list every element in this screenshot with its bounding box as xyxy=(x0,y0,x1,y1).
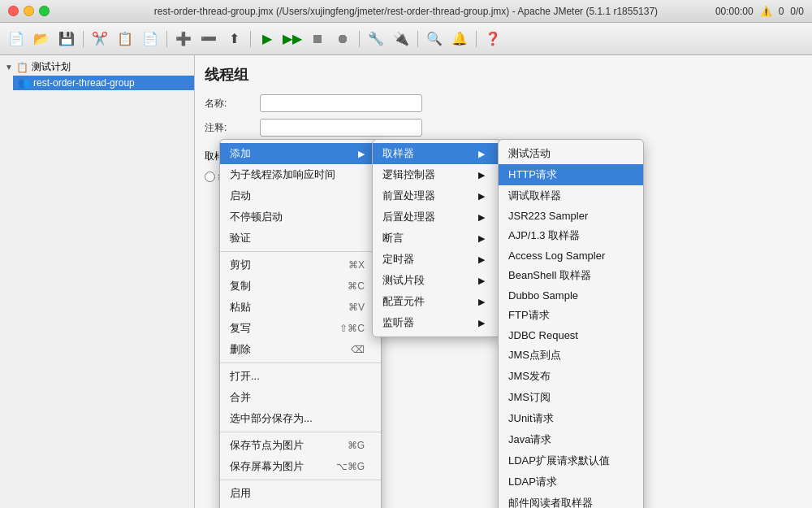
submenu-config-element[interactable]: 配置元件 ▶ xyxy=(373,291,501,312)
menu-arrow-add: ▶ xyxy=(358,149,365,159)
sampler-beanshell[interactable]: BeanShell 取样器 xyxy=(499,265,643,286)
search-button[interactable]: 🔍 xyxy=(423,28,446,50)
submenu-logic-controller[interactable]: 逻辑控制器 ▶ xyxy=(373,164,501,185)
sampler-java-label: Java请求 xyxy=(508,432,551,447)
sampler-test-action-label: 测试活动 xyxy=(508,146,551,161)
sampler-http[interactable]: HTTP请求 xyxy=(499,164,643,185)
record-button[interactable]: ⏺ xyxy=(331,28,354,50)
window-title: rest-order-thread-group.jmx (/Users/xuji… xyxy=(154,6,658,17)
add-submenu: 取样器 ▶ 逻辑控制器 ▶ 前置处理器 ▶ 后置处理器 ▶ 断言 ▶ xyxy=(372,139,502,337)
sampler-test-action[interactable]: 测试活动 xyxy=(499,143,643,164)
menu-item-merge[interactable]: 合并 xyxy=(220,387,381,408)
submenu-timer-arrow: ▶ xyxy=(478,254,485,265)
bell-button[interactable]: 🔔 xyxy=(448,28,471,50)
sampler-ajp[interactable]: AJP/1.3 取样器 xyxy=(499,225,643,246)
menu-item-save-selection[interactable]: 选中部分保存为... xyxy=(220,408,381,429)
minimize-button[interactable] xyxy=(24,6,34,16)
menu-item-delete[interactable]: 删除 ⌫ xyxy=(220,339,381,360)
tree-node-plan-arrow: ▼ xyxy=(5,63,13,72)
cut-button[interactable]: ✂️ xyxy=(89,28,111,50)
submenu-logic-arrow: ▶ xyxy=(478,170,485,180)
sampler-mail-reader-label: 邮件阅读者取样器 xyxy=(508,496,593,508)
sampler-ldap[interactable]: LDAP请求 xyxy=(499,471,643,493)
menu-shortcut-save-screen: ⌥⌘G xyxy=(336,461,365,472)
sampler-java[interactable]: Java请求 xyxy=(499,429,643,450)
paste-button[interactable]: 📄 xyxy=(139,28,162,50)
tools-button[interactable]: 🔧 xyxy=(365,28,387,50)
submenu-post-processor[interactable]: 后置处理器 ▶ xyxy=(373,206,501,228)
expand-button[interactable]: ➕ xyxy=(172,28,195,50)
menu-item-validate[interactable]: 验证 xyxy=(220,228,381,249)
warning-count: 0 xyxy=(779,6,784,17)
submenu-config-arrow: ▶ xyxy=(478,297,485,307)
sampler-debug-label: 调试取样器 xyxy=(508,189,561,203)
up-button[interactable]: ⬆ xyxy=(222,28,245,50)
menu-item-open[interactable]: 打开... xyxy=(220,366,381,387)
sampler-ldap-extended[interactable]: LDAP扩展请求默认值 xyxy=(499,450,643,471)
sampler-dubbo[interactable]: Dubbo Sample xyxy=(499,286,643,305)
sampler-jdbc[interactable]: JDBC Request xyxy=(499,326,643,345)
sampler-access-log[interactable]: Access Log Sampler xyxy=(499,246,643,265)
toolbar-separator-6 xyxy=(476,31,477,47)
submenu-timer[interactable]: 定时器 ▶ xyxy=(373,249,501,270)
main-layout: ▼ 📋 测试计划 👥 rest-order-thread-group 线程组 名… xyxy=(0,55,812,508)
plugin-button[interactable]: 🔌 xyxy=(390,28,412,50)
menu-item-save-node-image[interactable]: 保存节点为图片 ⌘G xyxy=(220,435,381,456)
menu-item-start[interactable]: 启动 xyxy=(220,185,381,206)
close-button[interactable] xyxy=(8,6,19,16)
submenu-assertion-label: 断言 xyxy=(382,231,404,245)
thread-group-label: rest-order-thread-group xyxy=(33,77,135,89)
submenu-listener[interactable]: 监听器 ▶ xyxy=(373,312,501,333)
menu-item-cut[interactable]: 剪切 ⌘X xyxy=(220,254,381,276)
run-button[interactable]: ▶ xyxy=(256,28,279,50)
sampler-jms-subscribe[interactable]: JMS订阅 xyxy=(499,387,643,408)
sampler-junit[interactable]: JUnit请求 xyxy=(499,408,643,429)
new-button[interactable]: 📄 xyxy=(5,28,28,50)
maximize-button[interactable] xyxy=(39,6,50,16)
save-button[interactable]: 💾 xyxy=(55,28,78,50)
menu-item-enable[interactable]: 启用 xyxy=(220,483,381,504)
sampler-ftp-label: FTP请求 xyxy=(508,308,550,323)
sampler-dubbo-label: Dubbo Sample xyxy=(508,289,578,302)
sampler-ftp[interactable]: FTP请求 xyxy=(499,305,643,326)
run-all-button[interactable]: ▶▶ xyxy=(281,28,304,50)
submenu-sampler-arrow: ▶ xyxy=(478,149,485,159)
menu-item-add-response-time[interactable]: 为子线程添加响应时间 xyxy=(220,164,381,185)
submenu-pre-processor[interactable]: 前置处理器 ▶ xyxy=(373,185,501,206)
menu-item-duplicate[interactable]: 复写 ⇧⌘C xyxy=(220,318,381,339)
submenu-assertion[interactable]: 断言 ▶ xyxy=(373,228,501,249)
tree-node-thread-group[interactable]: 👥 rest-order-thread-group xyxy=(13,76,194,90)
menu-item-save-screen[interactable]: 保存屏幕为图片 ⌥⌘G xyxy=(220,456,381,477)
sampler-jms-publish[interactable]: JMS发布 xyxy=(499,366,643,387)
tree-node-plan-label[interactable]: ▼ 📋 测试计划 xyxy=(0,59,194,76)
menu-item-paste[interactable]: 粘贴 ⌘V xyxy=(220,297,381,318)
copy-button[interactable]: 📋 xyxy=(114,28,136,50)
collapse-button[interactable]: ➖ xyxy=(197,28,220,50)
sampler-jms-publish-label: JMS发布 xyxy=(508,369,551,384)
sampler-jms-subscribe-label: JMS订阅 xyxy=(508,390,551,405)
open-button[interactable]: 📂 xyxy=(30,28,53,50)
menu-item-disable[interactable]: 禁用 xyxy=(220,504,381,508)
sampler-jms-point[interactable]: JMS点到点 xyxy=(499,345,643,366)
menu-item-start-no-pause[interactable]: 不停顿启动 xyxy=(220,206,381,228)
menu-item-add[interactable]: 添加 ▶ xyxy=(220,143,381,164)
titlebar: rest-order-thread-group.jmx (/Users/xuji… xyxy=(0,0,812,23)
menu-item-delete-label: 删除 xyxy=(230,342,251,357)
menu-shortcut-delete: ⌫ xyxy=(351,344,365,355)
help-button[interactable]: ❓ xyxy=(482,28,504,50)
submenu-sampler[interactable]: 取样器 ▶ xyxy=(373,143,501,164)
submenu-test-fragment[interactable]: 测试片段 ▶ xyxy=(373,270,501,291)
sampler-jsr223[interactable]: JSR223 Sampler xyxy=(499,206,643,225)
menu-item-copy[interactable]: 复制 ⌘C xyxy=(220,276,381,297)
submenu-listener-arrow: ▶ xyxy=(478,318,485,328)
menu-item-add-response-time-label: 为子线程添加响应时间 xyxy=(230,167,335,182)
sampler-mail-reader[interactable]: 邮件阅读者取样器 xyxy=(499,493,643,508)
sampler-submenu: 测试活动 HTTP请求 调试取样器 JSR223 Sampler AJP/1.3… xyxy=(498,139,644,508)
menu-shortcut-cut: ⌘X xyxy=(348,259,365,271)
sampler-debug[interactable]: 调试取样器 xyxy=(499,185,643,206)
sampler-junit-label: JUnit请求 xyxy=(508,411,554,426)
menu-item-start-label: 启动 xyxy=(230,189,251,203)
stop-button[interactable]: ⏹ xyxy=(306,28,329,50)
menu-sep-4 xyxy=(220,480,381,480)
menu-shortcut-save-node: ⌘G xyxy=(348,440,365,451)
